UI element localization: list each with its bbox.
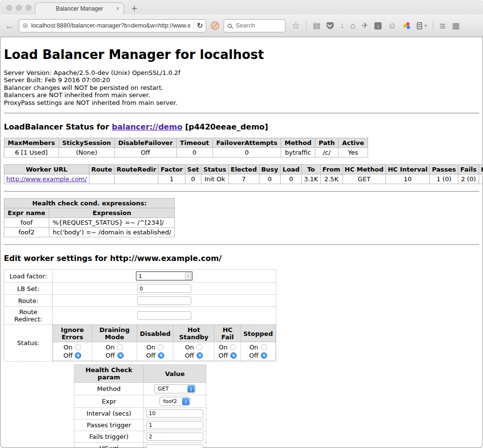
notice-persist: Balancer changes will NOT be persisted o…: [4, 84, 479, 91]
hot-standby-on-radio[interactable]: [196, 344, 202, 350]
urlbar-divider: [193, 21, 194, 30]
col-active: Active: [339, 138, 368, 148]
colorful-dots-icon[interactable]: [403, 22, 411, 29]
table-header-row: MaxMembers StickySession DisableFailover…: [4, 138, 368, 148]
hc-fail-off-radio[interactable]: [230, 352, 237, 359]
radio-off-label: Off: [249, 351, 258, 360]
stopped-off-radio[interactable]: [261, 352, 267, 359]
stopped-on-radio[interactable]: [261, 344, 267, 350]
col-hc-fail: HC Fail: [214, 325, 241, 342]
hc-expr-label: Expr: [74, 395, 144, 408]
ignore-errors-off-radio[interactable]: [75, 352, 81, 359]
close-tab-icon[interactable]: [116, 5, 119, 11]
expr-select[interactable]: foof2: [159, 397, 190, 406]
hello-smiley-icon[interactable]: [388, 22, 396, 30]
select-stepper-icon: [187, 385, 195, 392]
col-to: To: [302, 165, 320, 174]
url-bar[interactable]: localhost:8880/balancer-manager?b=demo&w…: [19, 19, 206, 32]
hc-params-row: Health Check param Value Method GET: [4, 361, 276, 448]
disabled-on-radio[interactable]: [157, 344, 164, 350]
route-label: Route:: [4, 295, 53, 307]
load-factor-input[interactable]: [137, 273, 185, 279]
loadbalancer-status-heading: LoadBalancer Status for balancer://demo …: [4, 122, 479, 131]
new-tab-button[interactable]: [131, 4, 138, 13]
back-button[interactable]: [5, 21, 14, 30]
col-timeout: Timeout: [176, 138, 213, 148]
clipboard-battery-icon[interactable]: [417, 22, 422, 29]
hc-uri-input[interactable]: [146, 444, 203, 448]
col-hc-param: Health Check param: [74, 365, 144, 383]
disabled-radios: On Off: [137, 342, 173, 361]
balancer-demo-link[interactable]: balancer://demo: [112, 122, 182, 131]
disabled-off-radio[interactable]: [158, 352, 164, 359]
expr-row-foof: foof %{REQUEST_STATUS} =~ /^[234]/: [4, 218, 175, 228]
route-input[interactable]: [137, 296, 191, 305]
cell-expr-name: foof: [4, 218, 49, 228]
cell-hc-uri: [479, 174, 483, 184]
page-content: Load Balancer Manager for localhost Serv…: [0, 47, 483, 448]
col-hc-uri: HC uri: [479, 165, 483, 174]
ignore-errors-on-radio[interactable]: [75, 344, 81, 350]
bookmark-star-icon[interactable]: [292, 21, 300, 30]
lb-set-input[interactable]: [137, 284, 191, 293]
cell-set: 0: [185, 174, 201, 184]
hc-passes-label: Passes trigger: [74, 419, 144, 431]
table-title-row: Health check cond. expressions:: [4, 199, 175, 208]
col-hc-method: HC Method: [342, 165, 385, 174]
hc-fail-on-radio[interactable]: [230, 344, 236, 350]
chevron-down-icon[interactable]: [425, 24, 427, 28]
col-fails: Fails: [458, 165, 479, 174]
table-header-row: Worker URL Route RouteRedir Factor Set S…: [4, 165, 483, 174]
bookmarks-menu-icon[interactable]: [313, 22, 320, 29]
menu-hamburger-icon[interactable]: [440, 21, 445, 31]
method-select[interactable]: GET: [154, 384, 196, 393]
tab-title: Balancer Manager: [56, 5, 103, 12]
col-route: Route: [89, 165, 114, 174]
site-identity-icon[interactable]: [22, 21, 28, 30]
cell-hc-interval: 10: [385, 174, 429, 184]
cell-method: bytraffic: [281, 148, 315, 158]
col-worker-url: Worker URL: [4, 165, 89, 174]
col-set: Set: [185, 165, 201, 174]
search-bar[interactable]: [224, 19, 285, 32]
interval-input[interactable]: [146, 409, 203, 418]
number-stepper-icon[interactable]: [185, 273, 191, 280]
lb-set-row: LB Set:: [4, 283, 276, 295]
search-input[interactable]: [235, 22, 278, 29]
send-tab-icon[interactable]: [362, 22, 368, 29]
radio-off-label: Off: [185, 351, 194, 360]
zoom-window-button[interactable]: [26, 5, 31, 11]
status-flags-table: Ignore Errors Draining Mode Disabled Hot…: [53, 325, 276, 361]
draining-mode-off-radio[interactable]: [117, 352, 124, 359]
expr-row-foof2: foof2 hc('body') =~ /domain is establish…: [4, 228, 175, 237]
method-select-value: GET: [158, 386, 187, 392]
route-redirect-input[interactable]: [137, 311, 191, 320]
pocket-icon[interactable]: [327, 22, 334, 29]
hc-uri-label: HC uri: [74, 443, 144, 448]
worker-url-link[interactable]: http://www.example.com/: [6, 175, 87, 183]
minimize-window-button[interactable]: [16, 5, 22, 11]
hot-standby-radios: On Off: [173, 342, 214, 361]
hc-method-row: Method GET: [74, 383, 206, 395]
home-icon[interactable]: [350, 21, 355, 30]
select-stepper-icon: [182, 398, 189, 405]
tab-balancer-manager[interactable]: Balancer Manager: [35, 2, 124, 14]
radio-off-label: Off: [63, 351, 72, 360]
save-page-icon[interactable]: [374, 22, 382, 29]
hot-standby-off-radio[interactable]: [197, 352, 203, 359]
sidebar-grid-icon[interactable]: [452, 22, 460, 30]
close-window-button[interactable]: [6, 5, 12, 11]
divider: [4, 244, 479, 245]
col-status: Status: [201, 165, 228, 174]
worker-status-table: Worker URL Route RouteRedir Factor Set S…: [4, 164, 483, 184]
passes-input[interactable]: [146, 421, 203, 429]
status-label: Status:: [4, 325, 53, 361]
cell-status: Init Ok: [201, 174, 228, 184]
downloads-icon[interactable]: [340, 22, 344, 29]
url-text[interactable]: localhost:8880/balancer-manager?b=demo&w…: [31, 22, 191, 29]
fails-input[interactable]: [146, 433, 203, 441]
reload-button[interactable]: [197, 21, 203, 30]
blocked-plugin-icon[interactable]: [211, 21, 219, 30]
draining-mode-on-radio[interactable]: [117, 344, 123, 350]
cell-from: 2.5K: [320, 174, 342, 184]
